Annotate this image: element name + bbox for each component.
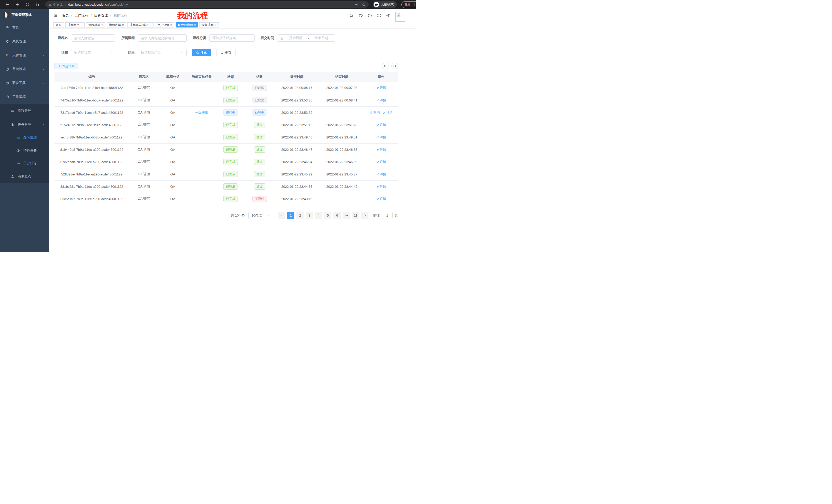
tab-process-definition[interactable]: 流程定义× (65, 22, 85, 27)
url-host: dashboard.yudao.iocoder.cn (69, 3, 109, 6)
sidebar-item-devtools[interactable]: 研发工具 (0, 76, 49, 90)
sidebar-item-my-process[interactable]: 我的流程 (0, 132, 49, 144)
search-button[interactable]: 搜索 (192, 49, 211, 56)
chevron-down-icon (249, 37, 252, 39)
address-bar[interactable]: 不安全 dashboard.yudao.iocoder.cn/bpm/task/… (45, 1, 369, 8)
breadcrumb-item[interactable]: 任务管理 (94, 13, 108, 17)
detail-link[interactable]: 详情 (376, 172, 386, 176)
sidebar-item-payment[interactable]: ¥支付管理 (0, 48, 49, 62)
start-process-button[interactable]: 发起流程 (54, 63, 78, 69)
close-icon[interactable]: × (101, 23, 103, 26)
help-icon[interactable] (368, 13, 372, 18)
tab-start-process[interactable]: 发起流程× (199, 22, 218, 27)
page-button-2[interactable]: 2 (296, 212, 304, 219)
cell-result: 不通过 (245, 193, 274, 205)
tab-user-group[interactable]: 用户分组× (155, 22, 174, 27)
submit-time-range-picker[interactable]: 开始日期 - 结束日期 (277, 34, 335, 41)
sidebar-item-system[interactable]: 系统管理 (0, 34, 49, 48)
detail-link[interactable]: 详情 (376, 160, 386, 164)
detail-link[interactable]: 详情 (383, 110, 393, 115)
page-button-5[interactable]: 5 (324, 212, 331, 219)
yen-icon: ¥ (5, 53, 9, 57)
edit-icon (376, 123, 379, 127)
breadcrumb-item: 我的流程 (113, 13, 127, 17)
goto-page-input[interactable] (382, 212, 393, 219)
table-row: ec45f38f-7b9a-11ec-b03b-acde48001122OA 请… (54, 131, 398, 143)
close-icon[interactable]: × (150, 23, 151, 26)
font-size-icon[interactable]: TT (386, 13, 391, 18)
status-select[interactable]: 请选择状态 (71, 49, 115, 56)
page-button-1[interactable]: 1 (287, 212, 294, 219)
sidebar-item-todo-tasks[interactable]: 待办任务 (0, 144, 49, 157)
breadcrumb-item[interactable]: 首页 (62, 13, 69, 17)
detail-link[interactable]: 详情 (376, 197, 386, 201)
hamburger-icon[interactable] (53, 13, 58, 18)
fullscreen-icon[interactable] (377, 13, 381, 18)
start-date-placeholder: 开始日期 (285, 36, 307, 40)
page-size-select[interactable]: 10条/页 (249, 212, 273, 219)
sidebar-item-home[interactable]: 首页 (0, 21, 49, 34)
task-link[interactable]: 一级审批 (195, 110, 209, 115)
github-icon[interactable] (358, 13, 363, 18)
close-icon[interactable]: × (215, 23, 216, 26)
tab-process-model[interactable]: 流程模型× (86, 22, 105, 27)
close-icon[interactable]: × (122, 23, 124, 26)
cancel-link[interactable]: 取消 (370, 110, 380, 115)
browser-forward-icon[interactable] (15, 2, 20, 7)
sidebar-item-leave-query[interactable]: 请假查询 (0, 169, 49, 183)
cell-process-id: 2152467e-7b9b-11ec-9a1b-acde48001122 (54, 119, 129, 131)
breadcrumb-item[interactable]: 工作流程 (75, 13, 88, 17)
avatar-caret-icon[interactable] (409, 16, 411, 19)
result-select[interactable]: 请选择流结果 (138, 49, 187, 56)
detail-link[interactable]: 详情 (376, 135, 386, 139)
calendar-icon (280, 36, 284, 40)
prev-page-button[interactable] (278, 212, 285, 219)
next-page-button[interactable] (361, 212, 368, 219)
tab-process-form[interactable]: 流程表单× (107, 22, 126, 27)
toggle-search-button[interactable] (382, 63, 389, 69)
detail-link[interactable]: 详情 (376, 147, 386, 152)
refresh-table-button[interactable] (391, 63, 398, 69)
result-badge: 处理中 (253, 109, 267, 116)
more-pages-button[interactable]: ••• (343, 212, 350, 219)
page-size-label: 10条/页 (252, 213, 263, 218)
status-badge: 已完成 (224, 171, 238, 177)
browser-menu-icon[interactable] (413, 3, 416, 6)
tab-my-process[interactable]: 我的流程× (176, 22, 198, 27)
detail-link[interactable]: 详情 (376, 98, 386, 103)
browser-back-icon[interactable] (5, 2, 9, 7)
browser-update-button[interactable]: 更新 (401, 1, 416, 8)
parent-process-input[interactable] (138, 34, 187, 41)
detail-link[interactable]: 详情 (376, 86, 386, 90)
svg-text:T: T (388, 13, 390, 17)
sidebar-item-workflow[interactable]: 工作流程 (0, 90, 49, 104)
close-icon[interactable]: × (171, 23, 172, 26)
table-row: 03c6c157-7b9a-11ec-a290-acde48001122OA 请… (54, 193, 398, 205)
search-icon[interactable] (349, 13, 354, 18)
tab-process-form-edit[interactable]: 流程表单-编辑× (127, 22, 154, 27)
sidebar-item-infrastructure[interactable]: 基础设施 (0, 62, 49, 76)
sidebar-item-process-mgmt[interactable]: 流程管理 (0, 104, 49, 118)
avatar[interactable] (395, 12, 405, 22)
active-dot (178, 24, 180, 26)
password-key-icon[interactable] (355, 3, 358, 6)
reset-button[interactable]: 重置 (216, 49, 235, 56)
detail-link[interactable]: 详情 (376, 185, 386, 189)
detail-link[interactable]: 详情 (376, 123, 386, 127)
page-button-3[interactable]: 3 (306, 212, 313, 219)
browser-home-icon[interactable] (35, 2, 40, 7)
page-button-4[interactable]: 4 (315, 212, 322, 219)
page-button-6[interactable]: 6 (334, 212, 341, 219)
sidebar-item-task-mgmt[interactable]: 任务管理 (0, 118, 49, 132)
close-icon[interactable]: × (194, 23, 196, 26)
close-icon[interactable]: × (81, 23, 82, 26)
process-name-input[interactable] (71, 34, 115, 41)
page-button-11[interactable]: 11 (352, 212, 359, 219)
tab-home[interactable]: 首页 (53, 22, 64, 27)
category-select[interactable]: 请选择流程分类 (209, 34, 255, 41)
bookmark-star-icon[interactable] (362, 3, 366, 6)
cell-current-task (187, 131, 216, 143)
sidebar-item-done-tasks[interactable]: 已办任务 (0, 157, 49, 169)
browser-reload-icon[interactable] (25, 2, 30, 7)
chevron-down-icon (42, 54, 45, 57)
